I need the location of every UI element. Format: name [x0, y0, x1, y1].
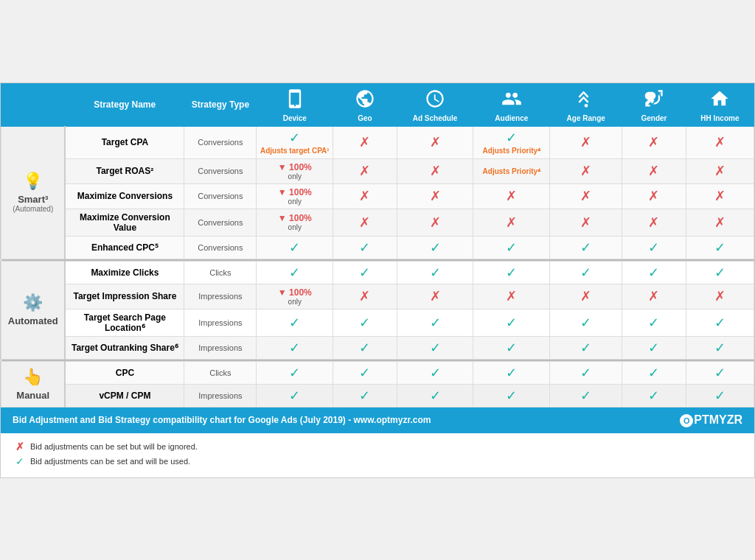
- gender-cell: ✗: [622, 284, 686, 309]
- hhincome-header-icon: [686, 83, 754, 111]
- device-cell: ✓ Adjusts target CPA¹: [257, 126, 333, 158]
- audience-cell: ✓: [473, 236, 550, 259]
- device-cell: ✓: [257, 261, 333, 284]
- hhincome-label: HH Income: [686, 111, 754, 126]
- agerange-label: Age Range: [550, 111, 622, 126]
- table-row: Target Search Page Location⁶ Impressions…: [1, 309, 754, 336]
- strategy-type: Impressions: [184, 336, 257, 359]
- main-container: Strategy Name Strategy Type: [0, 83, 755, 478]
- hhincome-cell: ✗: [686, 284, 754, 309]
- table-row: Target Outranking Share⁶ Impressions ✓ ✓…: [1, 336, 754, 359]
- device-label: Device: [257, 111, 333, 126]
- strategy-name: Target ROAS²: [65, 158, 184, 183]
- hhincome-cell: ✗: [686, 158, 754, 183]
- strategy-type: Impressions: [184, 309, 257, 336]
- audience-cell: ✗: [473, 284, 550, 309]
- audience-header-icon: [473, 83, 550, 111]
- audience-cell: ✓: [473, 261, 550, 284]
- agerange-cell: ✓: [550, 336, 622, 359]
- legend-check-text: Bid adjustments can be set and will be u…: [30, 457, 190, 466]
- table-row: ⚙️ Automated Maximize Clicks Clicks ✓ ✓ …: [1, 261, 754, 284]
- gender-cell: ✓: [622, 261, 686, 284]
- adschedule-cell: ✗: [397, 284, 473, 309]
- footer-title: Bid Adjustment and Bid Strategy compatib…: [13, 415, 680, 425]
- table-row: Target ROAS² Conversions ▼ 100% only ✗ ✗…: [1, 158, 754, 183]
- gender-cell: ✗: [622, 126, 686, 158]
- hhincome-cell: ✓: [686, 236, 754, 259]
- strategy-name: Maximize Conversion Value: [65, 209, 184, 236]
- audience-cell: ✓: [473, 384, 550, 407]
- adschedule-cell: ✓: [397, 361, 473, 384]
- strategy-name: Target Search Page Location⁶: [65, 309, 184, 336]
- gender-header-icon: [622, 83, 686, 111]
- gender-cell: ✓: [622, 384, 686, 407]
- strategy-name: vCPM / CPM: [65, 384, 184, 407]
- strategy-name: Maximize Clicks: [65, 261, 184, 284]
- table-row: Maximize Conversions Conversions ▼ 100% …: [1, 183, 754, 209]
- hhincome-cell: ✗: [686, 183, 754, 209]
- gender-cell: ✓: [622, 309, 686, 336]
- adschedule-cell: ✓: [397, 261, 473, 284]
- strategy-type: Clicks: [184, 261, 257, 284]
- device-cell: ▼ 100% only: [257, 183, 333, 209]
- automated-category-cell: ⚙️ Automated: [1, 261, 66, 359]
- device-cell: ✓: [257, 384, 333, 407]
- footer-bar: Bid Adjustment and Bid Strategy compatib…: [1, 407, 754, 433]
- device-cell: ▼ 100% only: [257, 284, 333, 309]
- agerange-cell: ✗: [550, 183, 622, 209]
- adschedule-cell: ✗: [397, 183, 473, 209]
- geo-header-icon: [333, 83, 397, 111]
- hhincome-cell: ✓: [686, 309, 754, 336]
- smart-category-cell: 💡 Smart³ (Automated): [1, 126, 66, 259]
- audience-cell: ✗: [473, 209, 550, 236]
- hhincome-cell: ✗: [686, 126, 754, 158]
- geo-label: Geo: [333, 111, 397, 126]
- strategy-type: Conversions: [184, 183, 257, 209]
- geo-cell: ✓: [333, 384, 397, 407]
- comparison-table: Strategy Name Strategy Type: [1, 83, 754, 407]
- geo-cell: ✓: [333, 261, 397, 284]
- device-cell: ✓: [257, 236, 333, 259]
- geo-cell: ✗: [333, 209, 397, 236]
- manual-category-cell: 👆 Manual: [1, 361, 66, 407]
- strategy-type: Conversions: [184, 126, 257, 158]
- gender-cell: ✗: [622, 158, 686, 183]
- table-row: 👆 Manual CPC Clicks ✓ ✓ ✓ ✓ ✓ ✓ ✓: [1, 361, 754, 384]
- hhincome-cell: ✗: [686, 209, 754, 236]
- agerange-cell: ✓: [550, 236, 622, 259]
- strategy-type: Impressions: [184, 384, 257, 407]
- strategy-type: Conversions: [184, 236, 257, 259]
- audience-cell: Adjusts Priority⁴: [473, 158, 550, 183]
- strategy-name: Target Impression Share: [65, 284, 184, 309]
- hhincome-cell: ✓: [686, 361, 754, 384]
- device-cell: ▼ 100% only: [257, 209, 333, 236]
- gender-label: Gender: [622, 111, 686, 126]
- audience-cell: ✓: [473, 361, 550, 384]
- agerange-cell: ✗: [550, 158, 622, 183]
- svg-point-0: [584, 104, 588, 108]
- gender-cell: ✓: [622, 361, 686, 384]
- geo-cell: ✓: [333, 361, 397, 384]
- adschedule-cell: ✗: [397, 158, 473, 183]
- adschedule-cell: ✓: [397, 309, 473, 336]
- strategy-name-header: Strategy Name: [65, 83, 184, 126]
- legend: ✗ Bid adjustments can be set but will be…: [1, 433, 754, 477]
- agerange-cell: ✗: [550, 209, 622, 236]
- audience-cell: ✓: [473, 309, 550, 336]
- gender-cell: ✓: [622, 236, 686, 259]
- geo-cell: ✓: [333, 309, 397, 336]
- strategy-type: Conversions: [184, 158, 257, 183]
- geo-cell: ✗: [333, 183, 397, 209]
- agerange-cell: ✓: [550, 361, 622, 384]
- legend-check-icon: ✓: [15, 455, 24, 467]
- hhincome-cell: ✓: [686, 261, 754, 284]
- agerange-cell: ✓: [550, 309, 622, 336]
- audience-label: Audience: [473, 111, 550, 126]
- agerange-cell: ✓: [550, 384, 622, 407]
- table-row: Maximize Conversion Value Conversions ▼ …: [1, 209, 754, 236]
- strategy-type: Clicks: [184, 361, 257, 384]
- geo-cell: ✗: [333, 126, 397, 158]
- hhincome-cell: ✓: [686, 336, 754, 359]
- strategy-type: Conversions: [184, 209, 257, 236]
- table-row: vCPM / CPM Impressions ✓ ✓ ✓ ✓ ✓ ✓ ✓: [1, 384, 754, 407]
